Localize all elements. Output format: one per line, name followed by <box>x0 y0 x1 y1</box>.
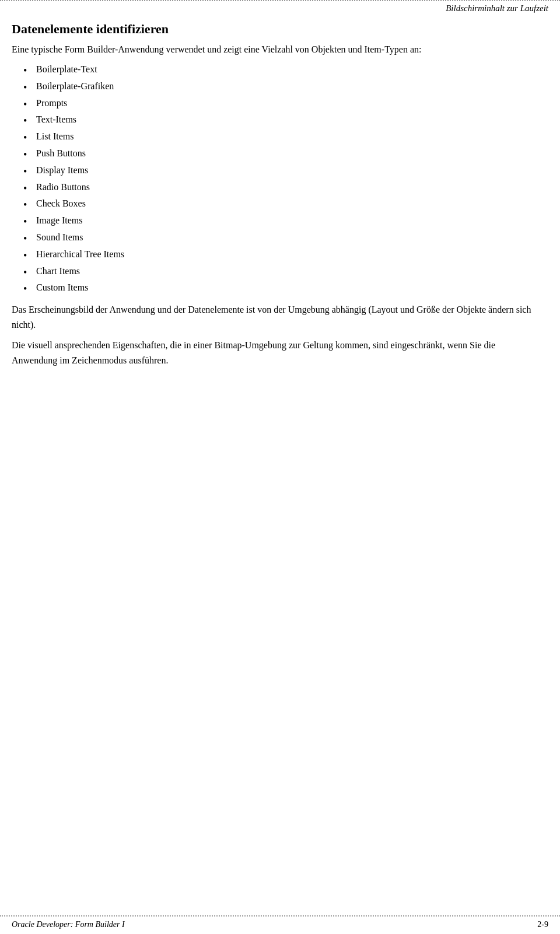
header-row: Bildschirminhalt zur Laufzeit <box>0 1 560 16</box>
header-title: Bildschirminhalt zur Laufzeit <box>446 4 548 13</box>
list-item: Push Buttons <box>23 145 537 162</box>
list-item: Boilerplate-Grafiken <box>23 78 537 95</box>
footer-left: Oracle Developer: Form Builder I <box>12 920 125 929</box>
body-paragraph-1: Das Erscheinungsbild der Anwendung und d… <box>12 302 537 332</box>
list-item: Chart Items <box>23 263 537 280</box>
list-item: Image Items <box>23 212 537 229</box>
footer-row: Oracle Developer: Form Builder I 2-9 <box>0 920 560 929</box>
list-item: Custom Items <box>23 279 537 296</box>
body-paragraph-2: Die visuell ansprechenden Eigenschaften,… <box>12 338 537 368</box>
list-item: Boilerplate-Text <box>23 61 537 78</box>
list-item: Text-Items <box>23 111 537 128</box>
page-heading: Datenelemente identifizieren <box>12 22 537 37</box>
list-item: Prompts <box>23 95 537 112</box>
list-item: Hierarchical Tree Items <box>23 246 537 263</box>
main-content: Datenelemente identifizieren Eine typisc… <box>0 16 560 403</box>
list-item: Sound Items <box>23 229 537 246</box>
bottom-border <box>0 915 560 916</box>
bullet-list: Boilerplate-Text Boilerplate-Grafiken Pr… <box>23 61 537 296</box>
intro-paragraph: Eine typische Form Builder-Anwendung ver… <box>12 43 537 57</box>
list-item: Radio Buttons <box>23 179 537 196</box>
list-item: Check Boxes <box>23 195 537 212</box>
footer-right: 2-9 <box>537 920 548 929</box>
list-item: Display Items <box>23 162 537 179</box>
page-container: Bildschirminhalt zur Laufzeit Dateneleme… <box>0 0 560 934</box>
list-item: List Items <box>23 128 537 145</box>
